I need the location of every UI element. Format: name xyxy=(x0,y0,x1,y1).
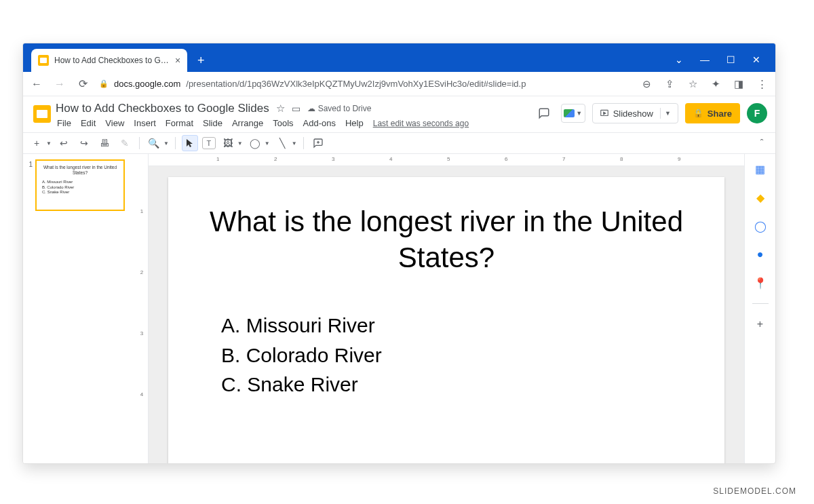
menu-view[interactable]: View xyxy=(105,118,124,128)
textbox-tool[interactable]: T xyxy=(202,137,216,149)
slide[interactable]: What is the longest river in the United … xyxy=(168,177,724,463)
extensions-icon[interactable]: ✦ xyxy=(709,78,722,90)
new-tab-button[interactable]: + xyxy=(191,51,210,70)
filmstrip[interactable]: 1 What is the longest river in the Unite… xyxy=(23,154,135,463)
zoom-button[interactable]: 🔍 xyxy=(146,135,162,151)
slide-canvas-area[interactable]: What is the longest river in the United … xyxy=(149,166,744,463)
chevron-down-icon[interactable]: ▼ xyxy=(292,140,297,147)
image-tool[interactable]: 🖼 xyxy=(220,135,236,151)
new-slide-button[interactable]: + xyxy=(28,135,45,151)
lock-icon: 🔒 xyxy=(99,79,109,88)
app-header: How to Add Checkboxes to Google Slides ☆… xyxy=(23,96,775,132)
menu-arrange[interactable]: Arrange xyxy=(232,118,263,128)
collapse-toolbar-icon[interactable]: ˆ xyxy=(754,135,770,151)
ruler-vertical: 1 2 3 4 xyxy=(135,154,149,463)
select-tool[interactable] xyxy=(182,135,198,151)
last-edit-link[interactable]: Last edit was seconds ago xyxy=(373,119,469,128)
share-button[interactable]: 🔒 Share xyxy=(685,103,740,123)
menu-format[interactable]: Format xyxy=(166,118,193,128)
menu-file[interactable]: File xyxy=(57,118,71,128)
ruler-horizontal: 1 2 3 4 5 6 7 8 9 xyxy=(149,154,744,166)
window-controls: ⌄ ― ☐ ✕ xyxy=(674,54,771,72)
toolbar: +▼ ↩ ↪ 🖶 ✎ 🔍▼ T 🖼▼ ◯▼ ╲▼ ˆ xyxy=(23,132,775,154)
slide-options[interactable]: A. Missouri River B. Colorado River C. S… xyxy=(201,311,692,400)
option-a: A. Missouri River xyxy=(221,311,692,341)
add-addon-icon[interactable]: + xyxy=(752,316,769,332)
keep-icon[interactable]: ◆ xyxy=(752,189,769,206)
saved-status[interactable]: ☁Saved to Drive xyxy=(307,104,372,113)
menu-tools[interactable]: Tools xyxy=(273,118,293,128)
chevron-down-icon[interactable]: ▼ xyxy=(237,140,243,147)
browser-tab[interactable]: How to Add Checkboxes to Goo × xyxy=(31,49,187,72)
tab-title: How to Add Checkboxes to Goo xyxy=(54,56,170,65)
side-panel: ▦ ◆ ◯ ● 📍 + xyxy=(744,154,775,463)
play-rect-icon xyxy=(600,109,609,118)
chevron-down-icon[interactable]: ▼ xyxy=(163,140,169,147)
menu-insert[interactable]: Insert xyxy=(134,118,156,128)
menu-addons[interactable]: Add-ons xyxy=(303,118,336,128)
slide-number: 1 xyxy=(26,159,33,211)
chevron-down-icon[interactable]: ▼ xyxy=(46,140,52,147)
chevron-down-icon[interactable]: ▼ xyxy=(665,110,671,117)
line-tool[interactable]: ╲ xyxy=(274,135,290,151)
browser-menu-icon[interactable]: ⋮ xyxy=(755,78,769,90)
slides-favicon xyxy=(38,55,49,66)
zoom-icon[interactable]: ⊖ xyxy=(640,78,653,90)
slide-thumbnail-1[interactable]: 1 What is the longest river in the Unite… xyxy=(26,159,132,211)
close-window-icon[interactable]: ✕ xyxy=(751,54,762,65)
url-host: docs.google.com xyxy=(114,79,180,89)
chevron-down-icon: ▼ xyxy=(576,110,582,117)
slide-title[interactable]: What is the longest river in the United … xyxy=(201,204,692,275)
menu-edit[interactable]: Edit xyxy=(81,118,96,128)
browser-titlebar: How to Add Checkboxes to Goo × + ⌄ ― ☐ ✕ xyxy=(23,43,775,72)
slides-logo[interactable] xyxy=(28,100,56,128)
comments-icon[interactable] xyxy=(534,103,554,123)
watermark: SLIDEMODEL.COM xyxy=(713,486,796,496)
meet-icon xyxy=(564,109,575,117)
option-b: B. Colorado River xyxy=(221,341,692,370)
option-c: C. Snake River xyxy=(221,370,692,400)
print-button[interactable]: 🖶 xyxy=(96,135,113,151)
reload-icon[interactable]: ⟳ xyxy=(76,77,90,90)
maps-icon[interactable]: 📍 xyxy=(752,275,769,291)
star-icon[interactable]: ☆ xyxy=(276,102,285,115)
paint-format-button[interactable]: ✎ xyxy=(117,135,133,151)
undo-button[interactable]: ↩ xyxy=(56,135,72,151)
url-path: /presentation/d/1pq36WzVXlk3eIpKQZTMyUw2… xyxy=(186,79,526,89)
chevron-down-icon[interactable]: ▼ xyxy=(265,140,270,147)
address-bar: ← → ⟳ 🔒 docs.google.com/presentation/d/1… xyxy=(23,72,775,96)
meet-button[interactable]: ▼ xyxy=(561,104,585,123)
cloud-icon: ☁ xyxy=(307,104,315,113)
bookmark-icon[interactable]: ☆ xyxy=(686,78,699,90)
share-url-icon[interactable]: ⇪ xyxy=(663,78,676,90)
menu-help[interactable]: Help xyxy=(345,118,364,128)
maximize-icon[interactable]: ☐ xyxy=(725,54,736,65)
url-field[interactable]: 🔒 docs.google.com/presentation/d/1pq36Wz… xyxy=(99,79,630,89)
slideshow-button[interactable]: Slideshow ▼ xyxy=(592,103,678,123)
tasks-icon[interactable]: ◯ xyxy=(752,218,769,234)
document-name[interactable]: How to Add Checkboxes to Google Slides xyxy=(56,102,269,115)
minimize-icon[interactable]: ― xyxy=(699,54,710,65)
close-tab-icon[interactable]: × xyxy=(175,55,180,66)
forward-icon[interactable]: → xyxy=(53,78,66,90)
move-to-drive-icon[interactable]: ▭ xyxy=(292,103,301,114)
shape-tool[interactable]: ◯ xyxy=(247,135,263,151)
redo-button[interactable]: ↪ xyxy=(76,135,92,151)
back-icon[interactable]: ← xyxy=(30,78,43,90)
contacts-icon[interactable]: ● xyxy=(752,246,769,263)
comment-tool[interactable] xyxy=(310,135,326,151)
lock-icon: 🔒 xyxy=(693,109,703,118)
account-avatar[interactable]: F xyxy=(747,103,767,123)
sidepanel-toggle-icon[interactable]: ◨ xyxy=(732,78,745,90)
menu-slide[interactable]: Slide xyxy=(203,118,222,128)
chevron-down-icon[interactable]: ⌄ xyxy=(674,54,684,65)
menu-bar: File Edit View Insert Format Slide Arran… xyxy=(56,115,534,132)
calendar-icon[interactable]: ▦ xyxy=(752,161,769,177)
